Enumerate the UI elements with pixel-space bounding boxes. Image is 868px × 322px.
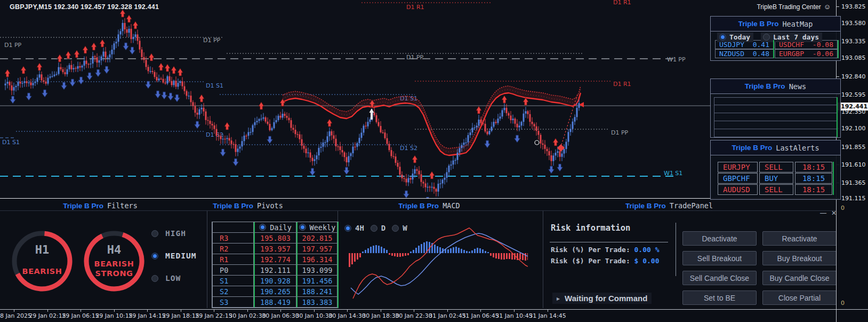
radio-icon <box>151 253 158 260</box>
buy-breakout-button[interactable]: Buy Breakout <box>762 251 837 265</box>
candles-layer <box>5 18 580 197</box>
down-arrow-icon <box>130 47 135 54</box>
pivots-table: DailyWeeklyR3195.803202.815R2193.957197.… <box>212 222 339 308</box>
down-arrow-icon <box>26 93 32 100</box>
trade-panel-title: TradePanel <box>670 201 713 210</box>
subwindow-controls: — ✕ <box>820 209 837 217</box>
down-arrow-icon <box>168 93 174 100</box>
deactivate-button[interactable]: Deactivate <box>682 231 757 246</box>
macd-signal-line <box>351 233 528 294</box>
price-tick-label: 193.580 <box>841 20 866 27</box>
level-label: D1 PP <box>4 42 22 49</box>
price-axis-tick: 193.085 <box>837 54 868 61</box>
risk-value: $ 0.00 <box>634 257 660 265</box>
minimize-icon[interactable]: — <box>820 209 826 217</box>
up-arrow-icon <box>199 95 204 102</box>
heatmap-cell-nzdusd: NZDUSD0.48 <box>715 49 774 58</box>
time-axis-label: 31 Jan 06:45 <box>462 312 499 319</box>
pivot-level-label: S3 <box>212 297 254 308</box>
gauge-h1: H1BEARISH <box>14 233 70 289</box>
gauge-status-label: STRONG <box>95 269 133 278</box>
radio-high[interactable]: HIGH <box>151 229 186 238</box>
level-label: D1 S2 <box>400 145 417 152</box>
time-axis-tick <box>114 310 115 312</box>
up-arrow-icon <box>259 102 264 109</box>
price-axis[interactable]: 193.825193.580193.335193.085192.840192.5… <box>836 0 868 322</box>
down-arrow-icon <box>220 149 226 156</box>
radio-icon <box>392 225 399 232</box>
news-body <box>711 94 840 138</box>
radio-4h[interactable]: 4H <box>344 224 364 232</box>
pivot-level-label: R1 <box>212 254 254 265</box>
radio-medium[interactable]: MEDIUM <box>151 252 196 260</box>
pivot-weekly-value: 193.099 <box>296 265 337 276</box>
alert-gbpchf-2: 18:15 <box>795 173 832 184</box>
pivot-daily-value: 188.419 <box>254 297 296 308</box>
radio-last-7-days[interactable]: Last 7 days <box>761 33 822 42</box>
down-arrow-icon <box>404 191 409 198</box>
pivots-column-header-weekly[interactable]: Weekly <box>296 222 337 233</box>
down-arrow-icon <box>95 69 101 77</box>
column-label: Daily <box>270 223 292 232</box>
pivot-row-r1: R1192.774196.314 <box>212 254 337 265</box>
currency-pair-label: EURJPY <box>723 163 750 171</box>
radio-label: 4H <box>355 224 364 232</box>
alert-gbpchf-1: BUY <box>759 173 793 184</box>
radio-label: D <box>381 224 385 232</box>
time-axis-tick <box>514 310 515 312</box>
radio-today[interactable]: Today <box>717 33 753 42</box>
radio-w[interactable]: W <box>392 224 407 232</box>
pivot-level-label: S2 <box>212 286 254 297</box>
close-partial-button[interactable]: Close Partial <box>762 290 837 305</box>
radio-label: HIGH <box>165 229 186 238</box>
reactivate-button[interactable]: Reactivate <box>762 231 837 246</box>
up-arrow-icon <box>83 46 88 53</box>
trade-panel-section-title: Triple B Pro TradePanel <box>625 201 713 210</box>
time-axis-label: 30 Jan 10:30 <box>295 312 333 319</box>
currency-pair-label: EURGBP <box>779 50 804 58</box>
signal-arrows-layer <box>5 10 563 199</box>
down-arrow-icon <box>549 166 554 174</box>
alert-audusd-1: SELL <box>759 184 793 195</box>
price-tick-label: 191.610 <box>841 161 866 168</box>
time-axis-label: 30 Jan 14:30 <box>328 312 366 319</box>
heatmap-value: -0.06 <box>813 50 833 58</box>
buy-candle-close-button[interactable]: Buy Candle Close <box>762 271 837 285</box>
risk-percent-line: Risk (%) Per Trade: 0.00 % <box>551 246 660 254</box>
down-arrow-icon <box>70 79 76 87</box>
radio-label: Last 7 days <box>773 33 819 41</box>
radio-label: MEDIUM <box>165 252 196 260</box>
sell-candle-close-button[interactable]: Sell Candle Close <box>682 271 757 285</box>
time-axis-label: 29 Jan 02:15 <box>29 312 66 319</box>
news-panel-header: Triple B Pro News <box>711 79 840 94</box>
trend-gauges: H1BEARISHH4BEARISHSTRONG <box>0 211 203 310</box>
heatmap-body: USDJPY0.41USDCHF-0.08NZDUSD0.48EURGBP-0.… <box>711 32 840 61</box>
news-row <box>714 121 837 129</box>
time-axis[interactable]: 28 Jan 202529 Jan 02:1529 Jan 06:1529 Ja… <box>0 309 868 322</box>
level-label: D1 PP <box>611 129 629 136</box>
signal-label: SELL <box>765 185 783 194</box>
up-arrow-icon <box>66 51 71 59</box>
time-axis-tick <box>314 310 315 312</box>
up-arrow-icon <box>178 68 183 76</box>
price-axis-tick: 193.825 <box>837 3 868 10</box>
level-label: D1 R1 <box>613 0 631 6</box>
brand-logo: Triple B Pro <box>738 20 779 28</box>
pivots-column-header-daily[interactable]: Daily <box>254 222 296 233</box>
alert-eurjpy-2: 18:15 <box>795 162 832 172</box>
pivot-daily-value: 195.803 <box>254 233 296 244</box>
up-arrow-icon <box>120 10 125 17</box>
radio-d[interactable]: D <box>371 224 385 232</box>
alert-eurjpy-1: SELL <box>759 162 793 172</box>
time-axis-label: 30 Jan 02:30 <box>229 312 266 319</box>
price-tick-label: 193.085 <box>841 54 866 61</box>
time-axis-label: 29 Jan 22:15 <box>195 312 232 319</box>
set-to-be-button[interactable]: Set to BE <box>682 290 757 305</box>
macd-section-title: Triple B Pro MACD <box>398 201 460 210</box>
down-arrow-icon <box>155 91 161 98</box>
down-arrow-icon <box>310 168 316 176</box>
sell-breakout-button[interactable]: Sell Breakout <box>682 251 757 265</box>
radio-low[interactable]: LOW <box>151 274 181 282</box>
up-arrow-icon <box>21 66 26 74</box>
time-axis-label: 31 Jan 02:45 <box>429 312 466 319</box>
